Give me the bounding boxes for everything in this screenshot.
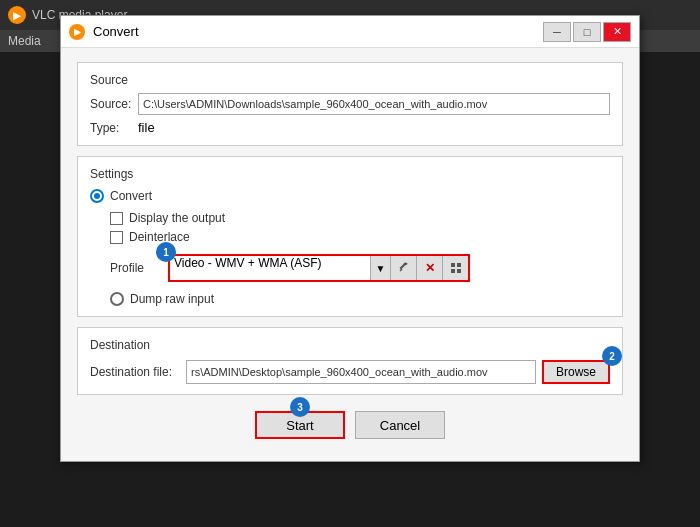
destination-file-input[interactable]: rs\ADMIN\Desktop\sample_960x400_ocean_wi…	[186, 360, 536, 384]
minimize-button[interactable]: ─	[543, 22, 571, 42]
browse-button[interactable]: Browse	[542, 360, 610, 384]
source-section-label: Source	[90, 73, 610, 87]
convert-radio-row[interactable]: Convert	[90, 189, 610, 203]
badge-1: 1	[156, 242, 176, 262]
source-section: Source Source: C:\Users\ADMIN\Downloads\…	[77, 62, 623, 146]
profile-extra-button[interactable]	[442, 256, 468, 280]
profile-edit-button[interactable]	[390, 256, 416, 280]
dump-radio[interactable]	[110, 292, 124, 306]
convert-radio-label: Convert	[110, 189, 152, 203]
cancel-button[interactable]: Cancel	[355, 411, 445, 439]
destination-file-label: Destination file:	[90, 365, 180, 379]
close-button[interactable]: ✕	[603, 22, 631, 42]
badge-2: 2	[602, 346, 622, 366]
dialog-vlc-icon: ▶	[69, 24, 85, 40]
display-output-label: Display the output	[129, 211, 225, 225]
settings-section-label: Settings	[90, 167, 610, 181]
destination-section: Destination Destination file: rs\ADMIN\D…	[77, 327, 623, 395]
type-key-label: Type:	[90, 121, 132, 135]
deinterlace-row[interactable]: Deinterlace	[110, 230, 610, 244]
convert-dialog: ▶ Convert ─ □ ✕ Source Source: C:\Users\…	[60, 15, 640, 462]
svg-rect-4	[457, 269, 461, 273]
dialog-titlebar: ▶ Convert ─ □ ✕	[61, 16, 639, 48]
dump-radio-label: Dump raw input	[130, 292, 214, 306]
svg-rect-1	[451, 263, 455, 267]
type-value: file	[138, 120, 155, 135]
bottom-buttons: 3 Start Cancel	[77, 407, 623, 447]
dump-raw-row[interactable]: Dump raw input	[110, 292, 610, 306]
start-btn-wrap: 3 Start	[255, 411, 345, 439]
deinterlace-checkbox[interactable]	[110, 231, 123, 244]
type-row: Type: file	[90, 120, 610, 135]
badge-3: 3	[290, 397, 310, 417]
profile-delete-button[interactable]: ✕	[416, 256, 442, 280]
profile-select-display[interactable]: Video - WMV + WMA (ASF)	[170, 256, 370, 280]
source-key-label: Source:	[90, 97, 132, 111]
profile-controls: 1 Video - WMV + WMA (ASF) ▼ ✕	[168, 254, 470, 282]
dialog-title: Convert	[93, 24, 535, 39]
destination-row: Destination file: rs\ADMIN\Desktop\sampl…	[90, 360, 610, 384]
dialog-window-controls: ─ □ ✕	[543, 22, 631, 42]
source-row: Source: C:\Users\ADMIN\Downloads\sample_…	[90, 93, 610, 115]
svg-line-0	[400, 269, 402, 271]
settings-section: Settings Convert Display the output Dein…	[77, 156, 623, 317]
maximize-button[interactable]: □	[573, 22, 601, 42]
profile-dropdown-arrow[interactable]: ▼	[370, 256, 390, 280]
profile-label: Profile	[110, 261, 160, 275]
convert-radio[interactable]	[90, 189, 104, 203]
svg-rect-3	[451, 269, 455, 273]
svg-rect-2	[457, 263, 461, 267]
display-output-checkbox[interactable]	[110, 212, 123, 225]
profile-row: Profile 1 Video - WMV + WMA (ASF) ▼ ✕	[110, 254, 610, 282]
deinterlace-label: Deinterlace	[129, 230, 190, 244]
vlc-app-icon: ▶	[8, 6, 26, 24]
source-value: C:\Users\ADMIN\Downloads\sample_960x400_…	[138, 93, 610, 115]
destination-section-label: Destination	[90, 338, 610, 352]
vlc-menu-media[interactable]: Media	[8, 34, 41, 48]
dialog-body: Source Source: C:\Users\ADMIN\Downloads\…	[61, 48, 639, 461]
browse-btn-wrap: 2 Browse	[542, 360, 610, 384]
display-output-row[interactable]: Display the output	[110, 211, 610, 225]
